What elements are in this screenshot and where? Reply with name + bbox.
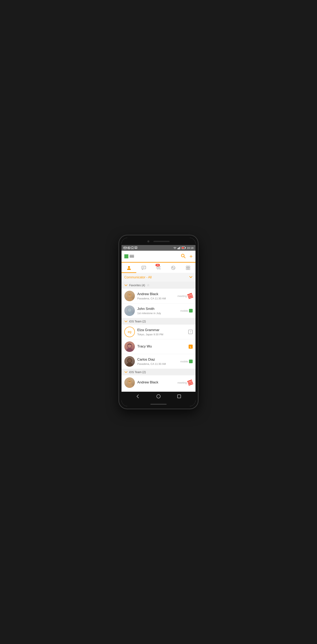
contact-status: meeting (177, 294, 193, 298)
contact-name: Andrew Black (137, 380, 177, 384)
ios-team-title: iOS Team (2) (129, 320, 146, 323)
svg-point-16 (128, 266, 130, 268)
contact-sub: 1st milestone in July (137, 312, 180, 315)
recent-apps-button[interactable] (177, 394, 182, 400)
svg-point-32 (126, 297, 133, 301)
contact-item[interactable]: Andrew Black meeting (122, 375, 195, 392)
svg-point-24 (157, 268, 159, 269)
contact-name: Tracy Wu (137, 344, 189, 349)
svg-point-46 (157, 394, 160, 398)
carlos-diaz-photo (124, 356, 135, 367)
svg-rect-30 (188, 268, 190, 270)
favorites-section-header[interactable]: Favorites (4) ☆ (122, 282, 195, 289)
filter-value: All (148, 276, 152, 279)
tab-contacts[interactable] (122, 262, 136, 273)
unknown-status-icon: ? (188, 330, 193, 334)
contact-item[interactable]: eg Elza Grammar Tokyo, Japan 9:30 PM ? (122, 325, 195, 339)
away-status-icon: L (189, 344, 193, 349)
avatar-initials-text: eg (128, 330, 131, 334)
svg-point-38 (126, 348, 133, 352)
contact-status: meeting (177, 380, 193, 385)
online-status-icon (189, 360, 193, 363)
contact-item[interactable]: John Smith 1st milestone in July mobile (122, 304, 195, 318)
svg-point-44 (126, 384, 133, 388)
contact-sub: Pasadena, CA 11:30 AM (137, 297, 177, 300)
meeting-stripe-icon (187, 380, 193, 386)
tab-calls[interactable] (166, 262, 181, 273)
signal-icon (177, 246, 181, 249)
home-icon (156, 394, 161, 399)
tab-status[interactable]: 11 (151, 262, 166, 273)
status-label: mobile (180, 360, 188, 363)
avatar (124, 291, 135, 301)
contact-item[interactable]: Carlos Diaz Pasadena, CA 11:30 AM mobile (122, 354, 195, 369)
status-icons-right: 16:18 (173, 246, 193, 250)
search-icon (181, 253, 186, 258)
contact-item[interactable]: Andrew Black Pasadena, CA 11:30 AM meeti… (122, 289, 195, 304)
status-badge: 11 (155, 264, 160, 266)
menu-button[interactable] (124, 254, 134, 258)
contact-name: Elza Grammar (137, 328, 188, 332)
app-bar-left (124, 254, 134, 258)
chevron-down-icon (124, 284, 128, 287)
add-button[interactable]: + (189, 254, 193, 259)
status-label: meeting (177, 381, 187, 384)
chevron-down-icon (124, 370, 128, 374)
ios-team-2-title: iOS Team (2) (129, 370, 146, 374)
wifi-icon (173, 246, 177, 249)
svg-point-41 (126, 363, 133, 367)
search-button[interactable] (181, 253, 186, 260)
svg-rect-10 (180, 246, 181, 249)
svg-rect-8 (178, 248, 179, 249)
svg-line-15 (184, 256, 185, 258)
back-button[interactable] (135, 394, 140, 400)
avatar (124, 377, 135, 388)
svg-point-36 (128, 308, 131, 312)
svg-line-1 (124, 247, 125, 248)
svg-rect-0 (124, 247, 127, 249)
chevron-down-icon (189, 275, 193, 279)
home-button[interactable] (156, 394, 161, 400)
phone-top-bar (122, 238, 195, 245)
tab-apps[interactable] (181, 262, 195, 273)
contact-info: Tracy Wu (137, 344, 189, 349)
contact-item[interactable]: Tracy Wu L (122, 339, 195, 354)
filter-dropdown-arrow[interactable] (189, 275, 193, 280)
tab-bar: 11 (122, 262, 195, 273)
recent-apps-icon (177, 394, 182, 399)
online-status-icon (189, 309, 193, 312)
contact-info: Andrew Black Pasadena, CA 11:30 AM (137, 292, 177, 300)
svg-point-42 (128, 359, 131, 362)
speaker-bar (153, 241, 170, 242)
avatar (124, 306, 135, 316)
svg-rect-28 (188, 266, 190, 268)
svg-rect-17 (142, 266, 146, 269)
svg-point-22 (159, 267, 160, 268)
meeting-stripe-icon (187, 293, 193, 299)
status-label: mobile (180, 309, 188, 312)
ios-team-section-2-header[interactable]: iOS Team (2) (122, 369, 195, 375)
svg-point-23 (160, 266, 161, 267)
filter-bar[interactable]: Communicator - All (122, 273, 195, 282)
phone-bottom-bar (122, 402, 195, 406)
filter-text: Communicator - All (124, 276, 152, 279)
contact-status: mobile (180, 309, 193, 312)
phone-frame: 16:18 (119, 235, 198, 409)
back-icon (135, 394, 140, 399)
andrew-black-photo (124, 291, 135, 301)
avatar: eg (124, 327, 135, 337)
contact-status: ? (188, 330, 193, 334)
tab-messages[interactable] (136, 262, 151, 273)
download-status-icon (134, 246, 137, 249)
contact-info: Andrew Black (137, 380, 177, 385)
contact-sub: Pasadena, CA 11:30 AM (137, 362, 180, 366)
svg-point-25 (160, 268, 161, 269)
battery-icon (182, 247, 186, 249)
phone-icon (171, 265, 176, 270)
contact-info: John Smith 1st milestone in July (137, 307, 180, 314)
contact-name: Andrew Black (137, 292, 177, 296)
ios-team-section-header[interactable]: iOS Team (2) (122, 318, 195, 325)
bottom-nav-bar (122, 392, 195, 402)
status-icons-left (124, 246, 137, 249)
clock-display: 16:18 (187, 246, 193, 250)
